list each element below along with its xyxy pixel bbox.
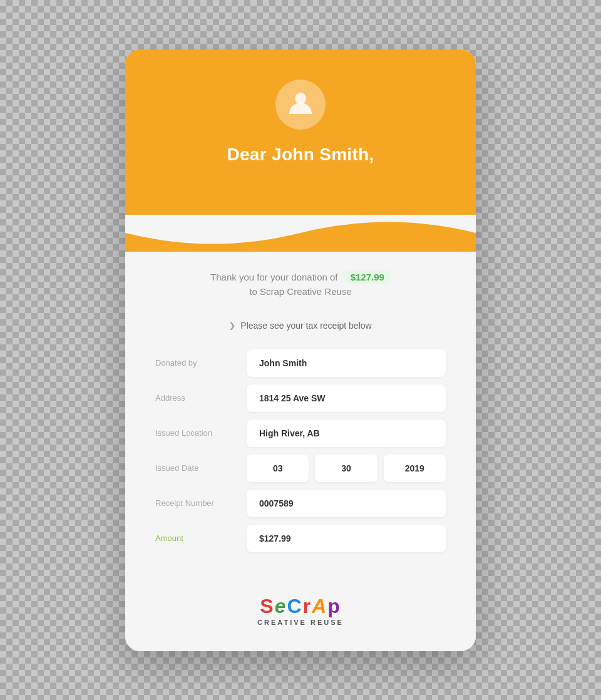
logo-letter-p: p bbox=[327, 595, 341, 617]
user-icon bbox=[287, 89, 314, 120]
amount-value: $127.99 bbox=[247, 525, 446, 552]
receipt-number-label: Receipt Number bbox=[155, 498, 237, 508]
chevron-down-icon: ❯ bbox=[229, 321, 235, 330]
logo-letter-r: r bbox=[303, 595, 312, 617]
receipt-number-value: 0007589 bbox=[247, 490, 446, 517]
logo-letter-e: e bbox=[275, 595, 287, 617]
address-label: Address bbox=[155, 393, 237, 403]
address-value: 1814 25 Ave SW bbox=[247, 384, 446, 412]
donated-by-label: Donated by bbox=[155, 358, 237, 368]
svg-point-0 bbox=[295, 93, 306, 104]
scrap-logo: SeCrAp CREATIVE REUSE bbox=[257, 596, 344, 626]
card-body: Thank you for your donation of $127.99 t… bbox=[125, 252, 476, 577]
thank-you-line1: Thank you for your donation of $127.99 bbox=[155, 270, 446, 284]
donated-by-row: Donated by John Smith bbox=[155, 349, 446, 377]
logo-letter-s: S bbox=[260, 595, 274, 617]
address-row: Address 1814 25 Ave SW bbox=[155, 384, 446, 412]
receipt-number-row: Receipt Number 0007589 bbox=[155, 490, 446, 517]
card-footer: SeCrAp CREATIVE REUSE bbox=[125, 577, 476, 651]
card-header: Dear John Smith, bbox=[125, 49, 476, 215]
donation-amount-badge: $127.99 bbox=[344, 270, 391, 284]
amount-row: Amount $127.99 bbox=[155, 525, 446, 552]
thank-you-line2: to Scrap Creative Reuse bbox=[155, 286, 446, 297]
date-row-values: 03 30 2019 bbox=[247, 455, 446, 482]
logo-wordmark: SeCrAp bbox=[260, 596, 341, 616]
greeting-text: Dear John Smith, bbox=[150, 145, 451, 165]
date-day: 30 bbox=[315, 455, 377, 482]
logo-subtitle: CREATIVE REUSE bbox=[257, 619, 344, 626]
issued-date-label: Issued Date bbox=[155, 463, 237, 473]
donated-by-value: John Smith bbox=[247, 349, 446, 377]
donation-receipt-card: Dear John Smith, Thank you for your dona… bbox=[125, 49, 476, 651]
thank-you-section: Thank you for your donation of $127.99 t… bbox=[155, 264, 446, 303]
form-rows: Donated by John Smith Address 1814 25 Av… bbox=[155, 349, 446, 552]
issued-date-row: Issued Date 03 30 2019 bbox=[155, 455, 446, 482]
issued-location-value: High River, AB bbox=[247, 419, 446, 447]
logo-letter-c: C bbox=[287, 595, 302, 617]
date-year: 2019 bbox=[384, 455, 446, 482]
receipt-hint: ❯ Please see your tax receipt below bbox=[155, 321, 446, 331]
wave-divider bbox=[125, 214, 476, 252]
issued-location-row: Issued Location High River, AB bbox=[155, 419, 446, 447]
issued-location-label: Issued Location bbox=[155, 428, 237, 438]
avatar bbox=[275, 80, 326, 130]
amount-label: Amount bbox=[155, 533, 237, 543]
logo-letter-a: A bbox=[312, 595, 327, 617]
date-month: 03 bbox=[247, 455, 309, 482]
